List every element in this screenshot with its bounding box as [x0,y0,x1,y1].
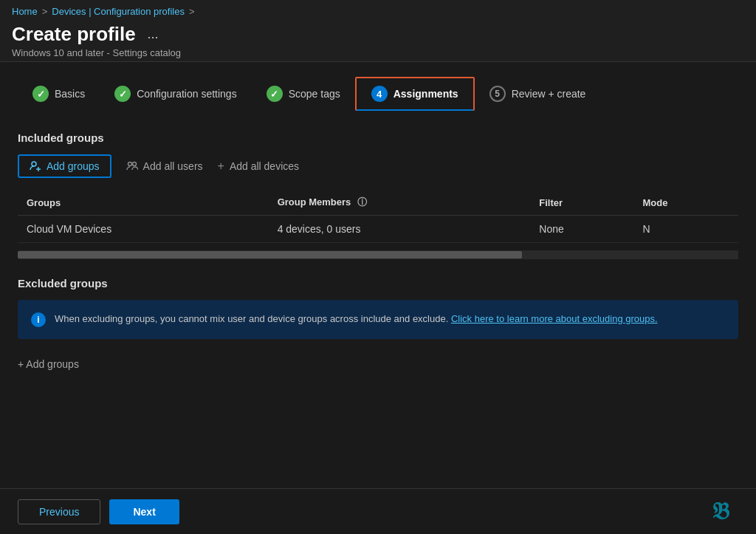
previous-button[interactable]: Previous [18,499,100,524]
page-subtitle: Windows 10 and later - Settings catalog [12,47,744,58]
excluded-groups-heading: Excluded groups [18,277,738,290]
horizontal-scrollbar[interactable] [18,250,738,259]
excluded-groups-info-box: i When excluding groups, you cannot mix … [18,300,738,339]
step-label-basics: Basics [55,88,85,100]
title-bar: Home > Devices | Configuration profiles … [0,0,756,62]
add-all-devices-icon: + [218,160,224,173]
breadcrumb-home[interactable]: Home [12,6,38,17]
cell-filter: None [530,216,633,243]
included-groups-heading: Included groups [18,131,738,144]
svg-point-3 [128,162,131,166]
step-icon-basics: ✓ [32,86,49,102]
wizard-step-assignments[interactable]: 4 Assignments [355,77,475,111]
col-groups: Groups [18,190,269,216]
step-icon-assignments: 4 [371,86,388,102]
col-filter: Filter [530,190,633,216]
svg-point-4 [132,162,136,166]
wizard-step-scope[interactable]: ✓ Scope tags [252,78,355,109]
page-title: Create profile ... [12,23,163,46]
breadcrumb-devices[interactable]: Devices | Configuration profiles [52,6,185,17]
included-groups-table: Groups Group Members ⓘ Filter Mode Cloud… [18,190,738,243]
excluded-add-groups-button[interactable]: + Add groups [18,354,79,374]
step-icon-review: 5 [489,86,506,102]
cell-mode: N [634,216,738,243]
cell-group-name: Cloud VM Devices [18,216,269,243]
add-all-users-icon [126,160,138,172]
scrollbar-thumb [18,251,522,259]
step-label-assignments: Assignments [394,88,458,100]
wizard-steps: ✓ Basics ✓ Configuration settings ✓ Scop… [18,77,738,111]
table-row: Cloud VM Devices 4 devices, 0 users None… [18,216,738,243]
info-link[interactable]: Click here to learn more about excluding… [451,313,658,324]
add-all-users-button[interactable]: Add all users [126,156,203,177]
info-icon: i [31,312,46,327]
ellipsis-button[interactable]: ... [143,25,163,44]
wizard-step-config[interactable]: ✓ Configuration settings [100,78,251,109]
breadcrumb: Home > Devices | Configuration profiles … [12,6,744,17]
col-mode: Mode [634,190,738,216]
next-button[interactable]: Next [109,499,179,524]
info-text: When excluding groups, you cannot mix us… [55,312,658,326]
step-label-review: Review + create [512,88,586,100]
step-icon-scope: ✓ [267,86,283,102]
included-groups-section: Included groups Add groups Add a [18,131,738,259]
wizard-step-basics[interactable]: ✓ Basics [18,78,100,109]
cell-group-members: 4 devices, 0 users [269,216,531,243]
excluded-groups-section: Excluded groups i When excluding groups,… [18,277,738,374]
breadcrumb-sep-2: > [189,6,195,17]
add-all-devices-button[interactable]: + Add all devices [218,155,300,177]
group-members-tooltip-icon: ⓘ [357,196,367,208]
bottom-nav: Previous Next 𝔅 [0,488,756,534]
col-group-members: Group Members ⓘ [269,190,531,216]
add-groups-icon [30,160,41,172]
wizard-step-review[interactable]: 5 Review + create [475,78,601,109]
step-icon-config: ✓ [114,86,131,102]
step-label-config: Configuration settings [137,88,236,100]
step-label-scope: Scope tags [289,88,340,100]
watermark-logo: 𝔅 [712,498,729,525]
add-groups-button[interactable]: Add groups [18,154,111,178]
included-action-buttons: Add groups Add all users + Add all devic… [18,154,738,178]
breadcrumb-sep-1: > [42,6,48,17]
svg-point-0 [32,162,36,166]
main-content: ✓ Basics ✓ Configuration settings ✓ Scop… [0,62,756,389]
